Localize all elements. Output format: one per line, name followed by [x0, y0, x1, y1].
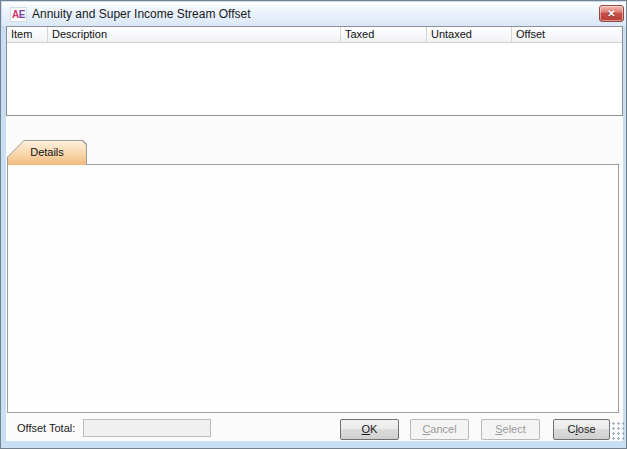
grid-column-untaxed[interactable]: Untaxed: [426, 27, 511, 43]
title-bar[interactable]: AE Annuity and Super Income Stream Offse…: [2, 2, 626, 26]
offset-total-input: [83, 419, 211, 437]
offset-total-label: Offset Total:: [17, 422, 75, 434]
dialog-window: AE Annuity and Super Income Stream Offse…: [0, 0, 627, 449]
cancel-button: Cancel: [410, 419, 469, 440]
app-icon-letter-e: E: [19, 9, 25, 20]
grid-column-description[interactable]: Description: [47, 27, 340, 43]
close-icon[interactable]: ✕: [599, 5, 624, 22]
grid-body-empty[interactable]: [7, 44, 622, 115]
resize-grip[interactable]: [611, 421, 624, 440]
tab-details-label: Details: [8, 141, 86, 165]
grid-column-taxed[interactable]: Taxed: [340, 27, 426, 43]
select-button: Select: [481, 419, 540, 440]
details-tab-page: [7, 164, 619, 413]
close-button[interactable]: Close: [553, 419, 610, 440]
grid-column-offset[interactable]: Offset: [511, 27, 621, 43]
grid-header: Item Description Taxed Untaxed Offset: [7, 27, 622, 43]
app-icon-letter-a: A: [12, 9, 19, 20]
window-title: Annuity and Super Income Stream Offset: [32, 7, 251, 21]
ok-button[interactable]: OK: [340, 419, 399, 440]
offset-items-grid: Item Description Taxed Untaxed Offset: [6, 26, 623, 116]
grid-column-item[interactable]: Item: [7, 27, 47, 43]
app-icon: AE: [10, 7, 27, 22]
